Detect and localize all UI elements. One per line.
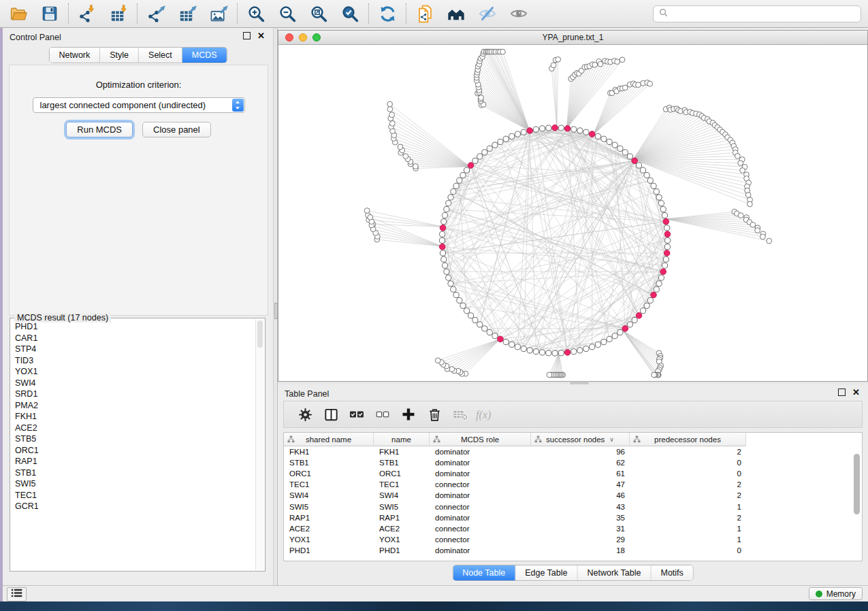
table-row[interactable]: STB1STB1dominator620 [284, 457, 862, 468]
close-panel-icon[interactable]: ✕ [852, 389, 860, 396]
network-window-titlebar[interactable]: YPA_prune.txt_1 [278, 31, 867, 45]
export-image-icon[interactable] [207, 3, 230, 24]
table-row[interactable]: ORC1ORC1dominator610 [284, 468, 862, 479]
mcds-node[interactable] [552, 125, 558, 131]
tab-select[interactable]: Select [139, 48, 182, 63]
mcds-result-item: SWI4 [15, 378, 255, 389]
export-network-icon[interactable] [144, 3, 167, 24]
hide-selected-icon[interactable] [476, 3, 499, 24]
zoom-selected-icon[interactable] [338, 3, 361, 24]
import-network-icon[interactable] [76, 3, 99, 24]
mcds-result-item: TID3 [15, 355, 255, 367]
mcds-node[interactable] [564, 126, 570, 132]
mcds-node[interactable] [632, 158, 638, 164]
show-all-icon[interactable] [507, 3, 530, 24]
zoom-fit-icon[interactable] [307, 3, 330, 24]
window-close-icon[interactable] [285, 33, 293, 42]
tab-style[interactable]: Style [100, 48, 139, 63]
zoom-out-icon[interactable] [276, 3, 299, 24]
mcds-node[interactable] [664, 231, 671, 237]
run-mcds-button[interactable]: Run MCDS [66, 122, 133, 137]
application-window: Control Panel ✕ NetworkStyleSelectMCDS O… [0, 0, 868, 611]
memory-button[interactable]: Memory [809, 587, 863, 600]
mcds-node[interactable] [440, 225, 446, 231]
zoom-in-icon[interactable] [244, 3, 268, 24]
table-cell: SWI5 [374, 503, 430, 511]
table-cell: ACE2 [374, 525, 430, 533]
network-graph[interactable] [278, 45, 867, 381]
mcds-options-panel: Optimization criterion: largest connecte… [9, 65, 268, 316]
first-neighbors-icon[interactable] [445, 3, 468, 24]
save-session-icon[interactable] [38, 3, 61, 24]
mcds-node[interactable] [564, 350, 570, 356]
share-document-icon[interactable] [413, 3, 436, 24]
chevron-down-icon[interactable]: ∨ [609, 436, 614, 443]
dropdown-stepper-icon [232, 99, 244, 112]
table-row[interactable]: PHD1PHD1dominator180 [284, 545, 862, 556]
tab-edge-table[interactable]: Edge Table [515, 565, 577, 580]
table-cell: SWI4 [374, 491, 430, 499]
float-panel-icon[interactable] [838, 389, 846, 396]
mcds-node[interactable] [663, 218, 669, 225]
search-box[interactable] [653, 5, 861, 22]
table-row[interactable]: YOX1YOX1connector291 [284, 534, 862, 545]
table-scrollbar[interactable] [854, 454, 860, 514]
close-panel-icon[interactable]: ✕ [257, 32, 265, 39]
column-header-predecessor-nodes[interactable]: predecessor nodes [630, 433, 746, 446]
mcds-result-item: STP4 [15, 344, 255, 355]
table-row[interactable]: SWI4SWI4dominator462 [284, 490, 862, 501]
tab-network-table[interactable]: Network Table [578, 565, 652, 580]
mcds-node[interactable] [664, 250, 670, 257]
table-row[interactable]: ACE2ACE2connector311 [284, 523, 862, 534]
column-header-name[interactable]: name [374, 433, 430, 446]
mcds-node[interactable] [636, 312, 642, 318]
mcds-result-item: TEC1 [15, 490, 255, 501]
table-row[interactable]: RAP1RAP1dominator352 [284, 512, 862, 523]
network-canvas[interactable] [278, 45, 867, 381]
network-view-window: YPA_prune.txt_1 [278, 30, 868, 382]
mcds-node[interactable] [527, 128, 533, 134]
tab-mcds[interactable]: MCDS [182, 48, 227, 63]
tab-network[interactable]: Network [49, 48, 100, 63]
column-header-shared-name[interactable]: shared name [284, 433, 374, 446]
mcds-result-list[interactable]: PHD1CAR1STP4TID3YOX1SWI4SRD1PMA2FKH1ACE2… [11, 321, 255, 570]
window-minimize-icon[interactable] [299, 33, 307, 42]
splitter-handle[interactable] [274, 303, 278, 319]
mcds-node[interactable] [498, 336, 504, 342]
select-all-icon[interactable] [344, 403, 370, 425]
task-history-button[interactable] [7, 587, 27, 601]
criterion-dropdown[interactable]: largest connected component (undirected) [33, 97, 245, 113]
close-panel-button[interactable]: Close panel [142, 122, 211, 137]
column-header-successor-nodes[interactable]: successor nodes∨ [531, 433, 630, 446]
show-columns-icon[interactable] [318, 403, 344, 425]
mcds-node[interactable] [660, 269, 666, 275]
table-row[interactable]: TEC1TEC1connector472 [284, 479, 862, 490]
mcds-node[interactable] [622, 326, 628, 332]
table-row[interactable]: FKH1FKH1dominator962 [284, 446, 862, 457]
import-table-icon[interactable] [107, 3, 130, 24]
table-cell: SWI5 [284, 503, 374, 511]
mcds-node[interactable] [651, 292, 657, 298]
tab-node-table[interactable]: Node Table [453, 565, 515, 580]
mcds-result-scrollbar[interactable] [255, 319, 264, 570]
delete-row-icon[interactable] [421, 403, 447, 425]
toolbar-group [7, 3, 61, 24]
column-header-mcds-role[interactable]: MCDS role [430, 433, 531, 446]
table-row[interactable]: SWI5SWI5connector431 [284, 501, 862, 512]
mcds-node[interactable] [439, 244, 445, 250]
mcds-result-item: FKH1 [15, 411, 255, 423]
tab-motifs[interactable]: Motifs [651, 565, 692, 580]
deselect-all-icon[interactable] [370, 403, 396, 425]
window-zoom-icon[interactable] [312, 33, 321, 42]
refresh-view-icon[interactable] [376, 3, 399, 24]
mcds-node[interactable] [468, 163, 474, 169]
export-table-icon[interactable] [176, 3, 199, 24]
vertical-splitter[interactable] [273, 28, 278, 585]
add-row-icon[interactable] [396, 403, 421, 425]
settings-icon[interactable] [292, 403, 318, 425]
search-input[interactable] [672, 8, 855, 19]
table-cell: dominator [430, 459, 531, 467]
open-file-icon[interactable] [7, 3, 30, 24]
mcds-node[interactable] [589, 131, 595, 137]
float-panel-icon[interactable] [243, 32, 251, 39]
